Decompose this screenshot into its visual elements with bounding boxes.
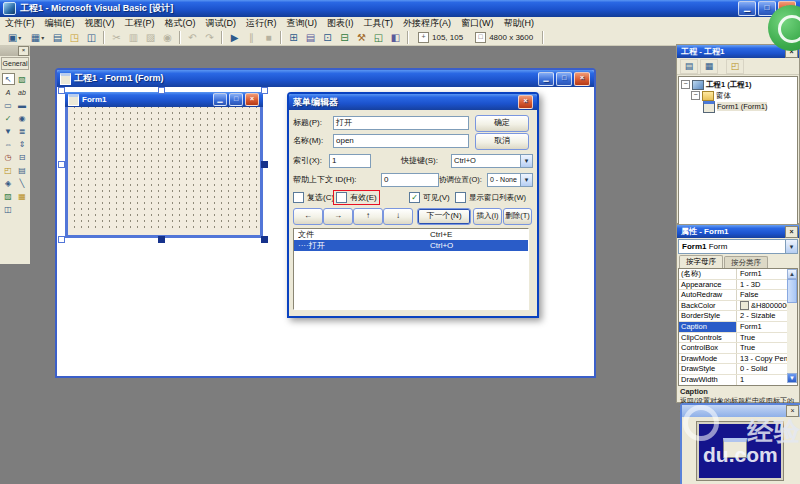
project-explorer-icon[interactable]: ⊞ <box>285 30 302 45</box>
hscrollbar-tool-icon[interactable]: ⇔ <box>2 138 15 150</box>
shape-tool-icon[interactable]: ◈ <box>2 177 15 189</box>
textbox-tool-icon[interactable]: ab <box>16 86 29 98</box>
next-button[interactable]: 下一个(N) <box>417 208 471 225</box>
image-tool-icon[interactable]: ▨ <box>2 190 15 202</box>
move-down-button[interactable]: ↓ <box>383 208 413 225</box>
undo-icon[interactable]: ↶ <box>184 30 201 45</box>
menu-editor-icon[interactable]: ▤ <box>49 30 66 45</box>
move-right-button[interactable]: → <box>323 208 353 225</box>
menu-project[interactable]: 工程(P) <box>120 17 160 29</box>
selection-handle[interactable] <box>58 87 65 94</box>
scrollbar-thumb[interactable] <box>787 279 797 303</box>
collapse-icon[interactable]: − <box>681 80 690 89</box>
property-row[interactable]: DrawStyle0 - Solid <box>679 364 797 375</box>
child-minimize-button[interactable]: ▁ <box>538 72 554 86</box>
dirlistbox-tool-icon[interactable]: ◰ <box>2 164 15 176</box>
scroll-down-icon[interactable]: ▼ <box>787 373 797 383</box>
cancel-button[interactable]: 取消 <box>475 133 529 150</box>
selection-handle[interactable] <box>158 87 165 94</box>
selection-handle[interactable] <box>261 161 268 168</box>
menu-item-list[interactable]: 文件 Ctrl+E ····打开 Ctrl+O <box>293 228 529 310</box>
move-up-button[interactable]: ↑ <box>353 208 383 225</box>
selection-handle[interactable] <box>58 236 65 243</box>
move-left-button[interactable]: ← <box>293 208 323 225</box>
minimize-button[interactable]: ▁ <box>738 1 756 16</box>
properties-scrollbar[interactable]: ▲ ▼ <box>787 269 797 383</box>
menu-view[interactable]: 视图(V) <box>80 17 120 29</box>
commandbutton-tool-icon[interactable]: ▬ <box>16 99 29 111</box>
line-tool-icon[interactable]: ╲ <box>16 177 29 189</box>
menu-list-item-selected[interactable]: ····打开 Ctrl+O <box>294 240 528 251</box>
timer-tool-icon[interactable]: ◷ <box>2 151 15 163</box>
form-maximize-button[interactable]: □ <box>229 93 243 106</box>
form-designer-window[interactable]: Form1 ▁ □ × <box>65 92 263 238</box>
toolbox-icon[interactable]: ⚒ <box>353 30 370 45</box>
collapse-icon[interactable]: − <box>691 91 700 100</box>
negotiate-combo[interactable]: 0 - None ▾ <box>487 173 533 187</box>
menu-file[interactable]: 文件(F) <box>0 17 40 29</box>
toolbox-close-icon[interactable]: × <box>18 46 29 56</box>
dialog-close-button[interactable]: × <box>518 95 533 109</box>
property-row[interactable]: Appearance1 - 3D <box>679 280 797 291</box>
helpid-input[interactable]: 0 <box>381 173 439 187</box>
form-minimize-button[interactable]: ▁ <box>213 93 227 106</box>
find-icon[interactable]: ◉ <box>159 30 176 45</box>
properties-close-icon[interactable]: × <box>785 226 798 238</box>
checkbox-box[interactable] <box>336 192 347 203</box>
tree-node-form1[interactable]: Form1 (Form1) <box>679 101 797 112</box>
listbox-tool-icon[interactable]: ≣ <box>16 125 29 137</box>
dropdown-arrow-icon[interactable]: ▾ <box>41 34 44 41</box>
combobox-tool-icon[interactable]: ▼ <box>2 125 15 137</box>
property-row[interactable]: ClipControlsTrue <box>679 333 797 344</box>
menu-help[interactable]: 帮助(H) <box>499 17 540 29</box>
break-icon[interactable]: ∥ <box>243 30 260 45</box>
drivelistbox-tool-icon[interactable]: ⊟ <box>16 151 29 163</box>
menu-list-item[interactable]: 文件 Ctrl+E <box>294 229 528 240</box>
maximize-button[interactable]: □ <box>758 1 776 16</box>
child-close-button[interactable]: × <box>574 72 590 86</box>
scroll-up-icon[interactable]: ▲ <box>787 269 797 279</box>
designer-titlebar[interactable]: 工程1 - Form1 (Form) ▁ □ × <box>57 70 594 87</box>
property-row-backcolor[interactable]: BackColor&H8000000F& <box>679 301 797 312</box>
property-row[interactable]: AutoRedrawFalse <box>679 290 797 301</box>
paste-icon[interactable]: ▨ <box>142 30 159 45</box>
vscrollbar-tool-icon[interactable]: ⇕ <box>16 138 29 150</box>
form-layout-titlebar[interactable]: × <box>682 405 800 417</box>
dropdown-arrow-icon[interactable]: ▾ <box>18 34 21 41</box>
ole-tool-icon[interactable]: ◫ <box>2 203 15 215</box>
windowlist-checkbox[interactable]: 显示窗口列表(W) <box>455 192 526 203</box>
checkbox-tool-icon[interactable]: ✓ <box>2 112 15 124</box>
form-titlebar[interactable]: Form1 ▁ □ × <box>65 92 263 107</box>
view-object-icon[interactable]: ▦ <box>700 59 718 74</box>
property-row[interactable]: BorderStyle2 - Sizable <box>679 311 797 322</box>
project-explorer-titlebar[interactable]: 工程 - 工程1 × <box>677 45 799 58</box>
shortcut-combo[interactable]: Ctrl+O ▾ <box>451 154 533 168</box>
form-layout-icon[interactable]: ⊡ <box>319 30 336 45</box>
combo-arrow-icon[interactable]: ▾ <box>520 174 532 186</box>
selection-handle[interactable] <box>58 161 65 168</box>
end-icon[interactable]: ■ <box>260 30 277 45</box>
object-selector[interactable]: Form1 Form ▾ <box>678 239 798 254</box>
child-maximize-button[interactable]: □ <box>556 72 572 86</box>
name-input[interactable]: open <box>333 134 469 148</box>
combo-arrow-icon[interactable]: ▾ <box>520 155 532 167</box>
menu-format[interactable]: 格式(O) <box>160 17 201 29</box>
add-form-icon[interactable]: ▦▾ <box>26 30 49 45</box>
label-tool-icon[interactable]: A <box>2 86 15 98</box>
property-row-caption-selected[interactable]: CaptionForm1 <box>679 322 797 333</box>
project-explorer-close-icon[interactable]: × <box>785 46 798 58</box>
menu-window[interactable]: 窗口(W) <box>456 17 499 29</box>
form-grid-surface[interactable] <box>68 107 260 232</box>
pointer-tool-icon[interactable]: ↖ <box>2 73 15 85</box>
checkbox-box[interactable]: ✓ <box>409 192 420 203</box>
frame-tool-icon[interactable]: ▭ <box>2 99 15 111</box>
optionbutton-tool-icon[interactable]: ◉ <box>16 112 29 124</box>
mini-form[interactable] <box>723 438 747 458</box>
selection-handle[interactable] <box>261 236 268 243</box>
selection-handle[interactable] <box>261 87 268 94</box>
toggle-folders-icon[interactable]: ◰ <box>726 59 744 74</box>
picturebox-tool-icon[interactable]: ▧ <box>16 73 29 85</box>
enabled-checkbox-annotation[interactable]: 有效(E) <box>333 190 380 205</box>
menu-addins[interactable]: 外接程序(A) <box>398 17 456 29</box>
tab-alphabetic[interactable]: 按字母序 <box>679 255 723 268</box>
